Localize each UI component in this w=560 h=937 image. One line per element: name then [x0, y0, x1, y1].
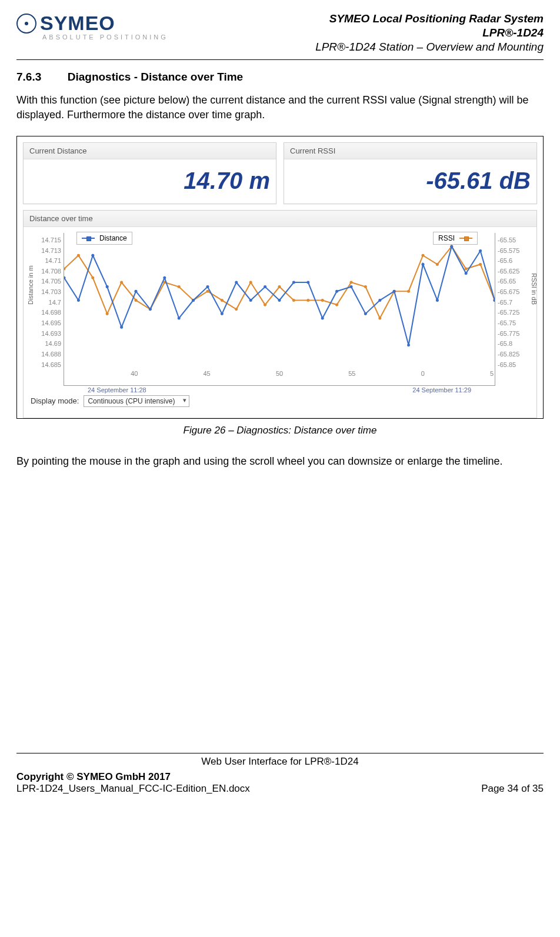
svg-point-55 [407, 344, 410, 346]
header-line-3: LPR®-1D24 Station – Overview and Mountin… [315, 40, 544, 54]
svg-point-61 [493, 299, 495, 302]
svg-point-34 [106, 285, 109, 288]
svg-point-48 [306, 281, 309, 284]
svg-point-11 [221, 299, 224, 302]
svg-point-47 [292, 281, 295, 284]
panel-current-distance: Current Distance 14.70 m [23, 142, 276, 204]
svg-point-14 [264, 303, 266, 306]
current-distance-value: 14.70 m [184, 168, 270, 194]
logo-icon [16, 14, 36, 34]
logo-subtext: ABSOLUTE POSITIONING [42, 34, 168, 41]
section-number: 7.6.3 [16, 71, 41, 84]
display-mode-label: Display mode: [31, 396, 79, 405]
svg-point-22 [378, 316, 381, 319]
y-axis-left-ticks: 14.71514.71314.7114.70814.70514.70314.71… [27, 233, 64, 386]
svg-point-15 [278, 285, 281, 288]
chart[interactable]: Distance RSSI Distance in m RSSI in dB 1… [24, 227, 536, 389]
svg-point-36 [134, 290, 137, 293]
svg-point-58 [450, 245, 453, 248]
svg-point-57 [436, 299, 439, 302]
section-heading: 7.6.3 Diagnostics - Distance over Time [16, 71, 544, 84]
x-timestamp-right: 24 September 11:29 [412, 386, 471, 396]
plot-canvas[interactable]: 4045505505 24 September 11:28 24 Septemb… [64, 233, 495, 386]
svg-point-12 [235, 308, 238, 311]
header-rule [16, 59, 544, 60]
header-line-1: SYMEO Local Positioning Radar System [315, 12, 544, 26]
page-header: SYMEO ABSOLUTE POSITIONING SYMEO Local P… [16, 12, 544, 54]
svg-point-24 [407, 290, 410, 293]
svg-point-38 [163, 276, 166, 279]
intro-paragraph: With this function (see picture below) t… [16, 93, 544, 122]
svg-point-37 [149, 308, 152, 311]
svg-point-53 [378, 299, 381, 302]
x-axis-timestamps: 24 September 11:28 24 September 11:29 [64, 386, 495, 396]
svg-point-32 [77, 299, 80, 302]
svg-point-5 [134, 299, 137, 302]
panel-current-rssi: Current RSSI -65.61 dB [284, 142, 537, 204]
display-mode-value: Continuous (CPU intensive) [88, 397, 175, 405]
svg-point-39 [178, 316, 181, 319]
svg-point-4 [120, 281, 123, 284]
svg-point-13 [249, 281, 252, 284]
logo-word: SYMEO [40, 12, 115, 35]
panel-current-distance-title: Current Distance [24, 143, 276, 159]
svg-point-21 [364, 285, 367, 288]
svg-point-41 [206, 285, 209, 288]
footer-center: Web User Interface for LPR®-1D24 [16, 756, 544, 768]
svg-point-35 [120, 326, 123, 329]
svg-point-19 [335, 303, 338, 306]
x-axis-ticks: 4045505505 [64, 368, 495, 385]
svg-point-3 [106, 312, 109, 315]
svg-point-49 [321, 316, 324, 319]
footer-row: Copyright © SYMEO GmbH 2017 LPR-1D24_Use… [16, 771, 544, 795]
panel-distance-over-time-title: Distance over time [24, 211, 536, 227]
svg-point-28 [465, 267, 468, 270]
svg-point-59 [465, 272, 468, 275]
svg-point-56 [421, 263, 424, 266]
footer-copyright: Copyright © SYMEO GmbH 2017 [16, 771, 250, 783]
svg-point-16 [292, 299, 295, 302]
svg-point-1 [77, 254, 80, 257]
svg-point-42 [221, 312, 224, 315]
svg-point-20 [349, 281, 352, 284]
panel-current-rssi-title: Current RSSI [284, 143, 536, 159]
svg-point-8 [178, 285, 181, 288]
svg-point-18 [321, 299, 324, 302]
x-timestamp-left: 24 September 11:28 [88, 386, 146, 396]
svg-point-33 [91, 254, 94, 257]
svg-point-10 [206, 290, 209, 293]
svg-point-26 [436, 263, 439, 266]
svg-point-60 [479, 249, 482, 252]
logo: SYMEO ABSOLUTE POSITIONING [16, 12, 168, 41]
follow-paragraph: By pointing the mouse in the graph and u… [16, 454, 544, 468]
panel-distance-over-time: Distance over time Distance RSSI Distanc… [23, 210, 537, 418]
figure-caption: Figure 26 – Diagnostics: Distance over t… [16, 425, 544, 436]
svg-point-17 [306, 299, 309, 302]
svg-point-51 [349, 285, 352, 288]
svg-point-46 [278, 299, 281, 302]
header-right: SYMEO Local Positioning Radar System LPR… [315, 12, 544, 54]
display-mode-select[interactable]: Continuous (CPU intensive) [84, 395, 189, 407]
svg-point-54 [393, 290, 396, 293]
svg-point-43 [235, 281, 238, 284]
svg-point-2 [91, 276, 94, 279]
svg-point-25 [421, 254, 424, 257]
svg-point-44 [249, 299, 252, 302]
y-axis-right-ticks: -65.55-65.575-65.6-65.625-65.65-65.675-6… [495, 233, 533, 386]
svg-point-52 [364, 312, 367, 315]
section-title: Diagnostics - Distance over Time [68, 71, 243, 83]
svg-point-45 [264, 285, 266, 288]
plot-svg [64, 233, 495, 368]
svg-point-50 [335, 290, 338, 293]
figure-frame: Current Distance 14.70 m Current RSSI -6… [16, 136, 544, 419]
current-rssi-value: -65.61 dB [426, 168, 531, 194]
footer-rule [16, 753, 544, 753]
footer-page-number: Page 34 of 35 [481, 783, 544, 795]
svg-point-40 [192, 299, 195, 302]
footer-filename: LPR-1D24_Users_Manual_FCC-IC-Edition_EN.… [16, 783, 250, 795]
svg-point-29 [479, 263, 482, 266]
header-line-2: LPR®-1D24 [315, 26, 544, 40]
